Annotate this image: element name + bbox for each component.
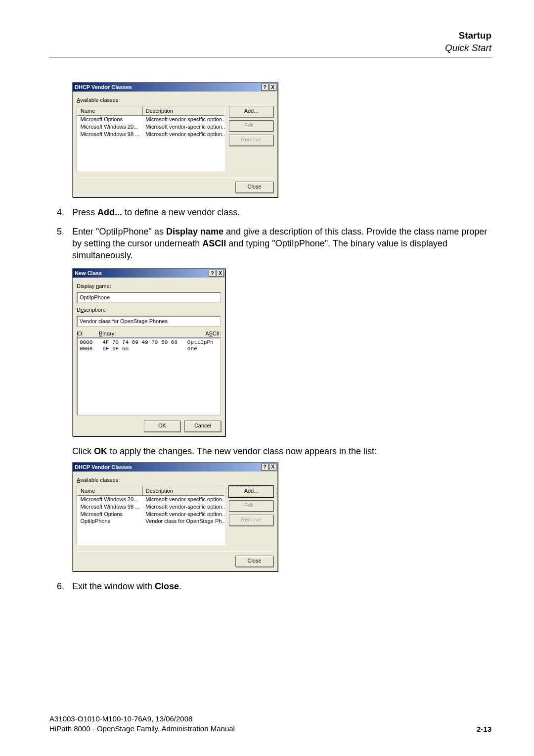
ok-button[interactable]: OK [144, 421, 180, 432]
col-description[interactable]: Description [142, 487, 225, 496]
table-row[interactable]: Microsoft Windows 98 ...Microsoft vendor… [78, 131, 225, 138]
dialog-titlebar[interactable]: New Class ? X [73, 269, 225, 278]
display-name-label: Display name: [77, 283, 221, 290]
add-button[interactable]: Add... [229, 486, 273, 497]
col-name[interactable]: Name [78, 107, 143, 116]
col-description[interactable]: Description [142, 107, 225, 116]
description-input[interactable]: Vendor class for OpenStage Phones [77, 316, 221, 327]
cancel-button[interactable]: Cancel [184, 421, 221, 432]
dhcp-vendor-classes-dialog-2: DHCP Vendor Classes ? X Available classe… [72, 462, 278, 571]
table-row[interactable]: Microsoft OptionsMicrosoft vendor-specif… [78, 511, 225, 518]
vendor-classes-list[interactable]: Name Description Microsoft OptionsMicros… [77, 106, 225, 171]
col-name[interactable]: Name [78, 487, 143, 496]
step-6: Exit the window with Close. [49, 580, 491, 592]
hex-view[interactable]: 0000 4F 70 74 69 49 70 50 68 OptiIpPh 00… [77, 337, 221, 416]
table-row[interactable]: Microsoft Windows 98 ...Microsoft vendor… [78, 503, 225, 511]
table-row[interactable]: Microsoft OptionsMicrosoft vendor-specif… [78, 116, 225, 123]
close-icon[interactable]: X [269, 464, 276, 471]
dhcp-vendor-classes-dialog-1: DHCP Vendor Classes ? X Available classe… [72, 82, 278, 197]
table-row[interactable]: Microsoft Windows 20...Microsoft vendor-… [78, 495, 225, 503]
new-class-dialog: New Class ? X Display name: OptiIpPhone … [72, 268, 225, 436]
close-icon[interactable]: X [269, 84, 276, 91]
edit-button: Edit... [229, 500, 273, 512]
help-icon[interactable]: ? [209, 270, 216, 277]
edit-button: Edit... [229, 120, 273, 132]
step-5-followup: Click OK to apply the changes. The new v… [49, 445, 491, 457]
header-title: Startup [49, 30, 491, 42]
available-classes-label: Available classes: [77, 476, 273, 484]
binary-label: Binary: [99, 330, 173, 337]
dialog-titlebar[interactable]: DHCP Vendor Classes ? X [73, 83, 277, 92]
id-label: ID: [77, 330, 99, 337]
description-label: Description: [77, 306, 221, 314]
dialog-titlebar[interactable]: DHCP Vendor Classes ? X [73, 463, 277, 472]
page-header: Startup Quick Start [49, 30, 491, 57]
step-4: Press Add... to define a new vendor clas… [49, 206, 491, 218]
display-name-input[interactable]: OptiIpPhone [77, 292, 221, 303]
page-number: 2-13 [477, 725, 491, 733]
close-button[interactable]: Close [235, 182, 273, 193]
remove-button: Remove [229, 135, 273, 146]
available-classes-label: Available classes: [77, 96, 273, 104]
vendor-classes-list[interactable]: Name Description Microsoft Windows 20...… [77, 486, 225, 545]
dialog-title: New Class [75, 270, 102, 277]
dialog-title: DHCP Vendor Classes [75, 464, 132, 471]
close-button[interactable]: Close [235, 556, 273, 567]
ascii-label: ASCII: [173, 330, 221, 337]
remove-button: Remove [229, 515, 273, 526]
help-icon[interactable]: ? [261, 464, 268, 471]
help-icon[interactable]: ? [261, 84, 268, 91]
header-subtitle: Quick Start [49, 42, 491, 54]
step-5: Enter "OptiIpPhone" as Display name and … [49, 226, 491, 262]
close-icon[interactable]: X [217, 270, 224, 277]
add-button[interactable]: Add... [229, 106, 273, 117]
table-row[interactable]: OptiIpPhoneVendor class for OpenStage Ph… [78, 518, 225, 525]
dialog-title: DHCP Vendor Classes [75, 84, 132, 91]
footer-left: A31003-O1010-M100-10-76A9, 13/06/2008 Hi… [49, 714, 235, 733]
table-row[interactable]: Microsoft Windows 20...Microsoft vendor-… [78, 123, 225, 131]
